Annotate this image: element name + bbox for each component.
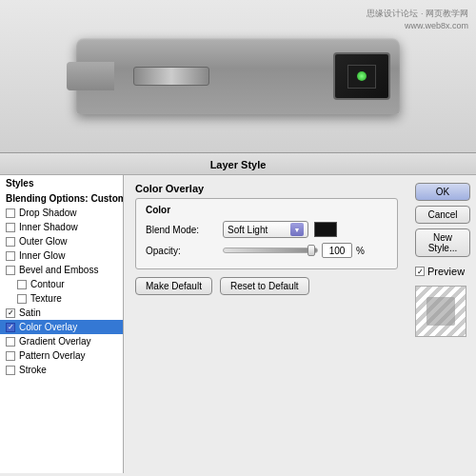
sidebar-item-bevel-emboss[interactable]: Bevel and Emboss	[0, 263, 123, 277]
bevel-emboss-checkbox[interactable]	[6, 266, 15, 275]
sidebar-item-blending-options[interactable]: Blending Options: Custom	[0, 191, 123, 206]
sidebar-item-pattern-overlay[interactable]: Pattern Overlay	[0, 348, 123, 363]
sidebar-item-outer-glow[interactable]: Outer Glow	[0, 234, 123, 248]
ok-button[interactable]: OK	[415, 183, 470, 201]
preview-label: Preview	[427, 266, 465, 277]
outer-glow-checkbox[interactable]	[6, 237, 15, 247]
styles-panel-title: Styles	[0, 175, 123, 191]
gradient-overlay-checkbox[interactable]	[6, 337, 15, 347]
contour-label: Contour	[30, 279, 65, 289]
opacity-row: Opacity: %	[146, 243, 387, 258]
watermark: 思缘设计论坛 · 网页教学网 www.web8x.com	[367, 8, 468, 31]
inner-shadow-checkbox[interactable]	[6, 223, 15, 232]
outer-glow-label: Outer Glow	[19, 236, 68, 247]
dialog-body: Styles Blending Options: Custom Drop Sha…	[0, 175, 476, 473]
action-buttons-row: Make Default Reset to Default	[135, 277, 398, 295]
top-image-area: 思缘设计论坛 · 网页教学网 www.web8x.com	[0, 0, 476, 152]
camera-tab	[67, 62, 114, 90]
group-box-title: Color	[146, 205, 387, 215]
color-swatch[interactable]	[314, 222, 337, 237]
right-panel: OK Cancel New Style... ✓ Preview	[409, 175, 476, 473]
opacity-percent: %	[356, 246, 365, 256]
sidebar-item-inner-shadow[interactable]: Inner Shadow	[0, 220, 123, 234]
watermark-line2: www.web8x.com	[367, 20, 468, 32]
gradient-overlay-label: Gradient Overlay	[19, 336, 91, 347]
blend-mode-arrow-icon: ▼	[290, 223, 304, 236]
opacity-slider-track[interactable]	[223, 248, 318, 253]
viewfinder-dot	[357, 71, 367, 81]
reset-to-default-button[interactable]: Reset to Default	[220, 277, 309, 295]
camera-viewfinder	[333, 52, 390, 100]
blend-mode-label: Blend Mode:	[146, 225, 217, 235]
camera-illustration	[76, 38, 400, 114]
drop-shadow-label: Drop Shadow	[19, 208, 77, 218]
sidebar-item-contour[interactable]: Contour	[0, 277, 123, 291]
blend-mode-value: Soft Light	[228, 225, 268, 235]
blend-mode-row: Blend Mode: Soft Light ▼	[146, 221, 387, 238]
satin-label: Satin	[19, 307, 41, 318]
inner-glow-checkbox[interactable]	[6, 251, 15, 261]
blending-options-label: Blending Options: Custom	[6, 193, 124, 204]
sidebar-item-gradient-overlay[interactable]: Gradient Overlay	[0, 334, 123, 348]
dialog-title: Layer Style	[0, 153, 476, 175]
bevel-emboss-label: Bevel and Emboss	[19, 265, 98, 275]
drop-shadow-checkbox[interactable]	[6, 208, 15, 218]
color-group-box: Color Blend Mode: Soft Light ▼ Opacity:	[135, 198, 398, 269]
inner-shadow-label: Inner Shadow	[19, 222, 78, 232]
cancel-button[interactable]: Cancel	[415, 206, 470, 224]
layer-style-dialog: Layer Style Styles Blending Options: Cus…	[0, 152, 476, 476]
opacity-slider-container: %	[223, 243, 365, 258]
texture-checkbox[interactable]	[17, 294, 27, 304]
camera-lens	[133, 67, 209, 86]
sidebar-item-satin[interactable]: ✓ Satin	[0, 306, 123, 320]
color-overlay-checkbox[interactable]: ✓	[6, 323, 15, 332]
contour-checkbox[interactable]	[17, 280, 27, 289]
inner-glow-label: Inner Glow	[19, 250, 65, 261]
preview-row: ✓ Preview	[415, 266, 470, 277]
opacity-slider-thumb[interactable]	[307, 245, 315, 256]
styles-list: Blending Options: Custom Drop Shadow Inn…	[0, 191, 123, 377]
new-style-button[interactable]: New Style...	[415, 228, 470, 257]
sidebar-item-color-overlay[interactable]: ✓ Color Overlay	[0, 320, 123, 334]
blend-mode-select[interactable]: Soft Light ▼	[223, 221, 308, 238]
pattern-overlay-label: Pattern Overlay	[19, 350, 85, 361]
texture-label: Texture	[30, 293, 62, 304]
color-overlay-label: Color Overlay	[19, 322, 77, 332]
preview-content	[426, 297, 455, 326]
sidebar-item-stroke[interactable]: Stroke	[0, 363, 123, 377]
styles-panel: Styles Blending Options: Custom Drop Sha…	[0, 175, 124, 473]
opacity-label: Opacity:	[146, 246, 217, 256]
make-default-button[interactable]: Make Default	[135, 277, 212, 295]
pattern-overlay-checkbox[interactable]	[6, 351, 15, 361]
preview-checkbox[interactable]: ✓	[415, 267, 425, 276]
main-content: Color Overlay Color Blend Mode: Soft Lig…	[124, 175, 409, 473]
section-title: Color Overlay	[135, 183, 398, 194]
sidebar-item-texture[interactable]: Texture	[0, 291, 123, 306]
viewfinder-inner	[347, 65, 376, 89]
stroke-checkbox[interactable]	[6, 366, 15, 375]
satin-checkbox[interactable]: ✓	[6, 308, 15, 318]
stroke-label: Stroke	[19, 365, 47, 375]
sidebar-item-drop-shadow[interactable]: Drop Shadow	[0, 206, 123, 220]
sidebar-item-inner-glow[interactable]: Inner Glow	[0, 248, 123, 263]
watermark-line1: 思缘设计论坛 · 网页教学网	[367, 8, 468, 20]
opacity-input[interactable]	[322, 243, 352, 258]
preview-box	[415, 286, 466, 337]
